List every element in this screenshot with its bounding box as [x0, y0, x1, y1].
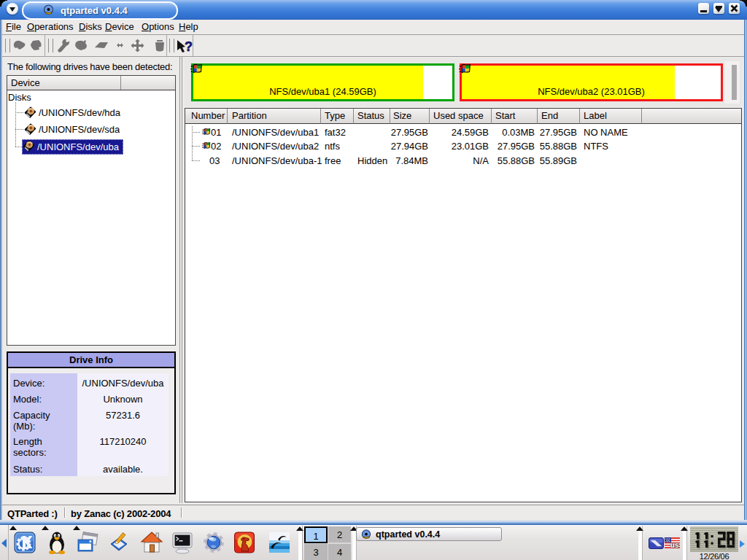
svg-text:?: ?: [185, 39, 193, 54]
svg-text:us: us: [670, 541, 679, 548]
